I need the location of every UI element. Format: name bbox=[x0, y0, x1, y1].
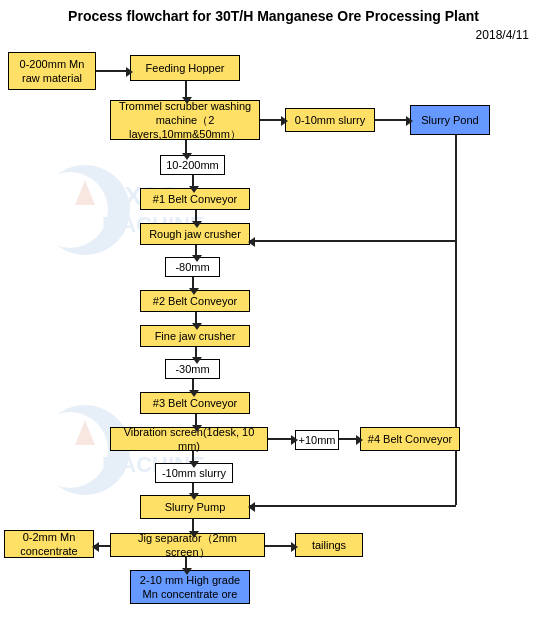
slurry-0-10-box: 0-10mm slurry bbox=[285, 108, 375, 132]
vibration-box: Vibration screen(1desk, 10 mm) bbox=[110, 427, 268, 451]
concentrate-box: 0-2mm Mn concentrate bbox=[4, 530, 94, 558]
feeding-hopper-box: Feeding Hopper bbox=[130, 55, 240, 81]
svg-point-6 bbox=[32, 412, 108, 488]
size-10-200-box: 10-200mm bbox=[160, 155, 225, 175]
trommel-box: Trommel scrubber washing machine（2 layer… bbox=[110, 100, 260, 140]
raw-material-box: 0-200mm Mn raw material bbox=[8, 52, 96, 90]
svg-point-0 bbox=[40, 165, 130, 255]
date-label: 2018/4/11 bbox=[476, 28, 529, 42]
page: Process flowchart for 30T/H Manganese Or… bbox=[0, 0, 547, 625]
svg-marker-2 bbox=[75, 180, 95, 205]
slurry-pond-box: Slurry Pond bbox=[410, 105, 490, 135]
tailings-box: tailings bbox=[295, 533, 363, 557]
svg-point-1 bbox=[32, 172, 108, 248]
page-title: Process flowchart for 30T/H Manganese Or… bbox=[10, 8, 537, 24]
jig-box: Jig separator（2mm screen） bbox=[110, 533, 265, 557]
size-plus10-box: +10mm bbox=[295, 430, 339, 450]
high-grade-box: 2-10 mm High grade Mn concentrate ore bbox=[130, 570, 250, 604]
svg-marker-7 bbox=[75, 420, 95, 445]
belt4-box: #4 Belt Conveyor bbox=[360, 427, 460, 451]
